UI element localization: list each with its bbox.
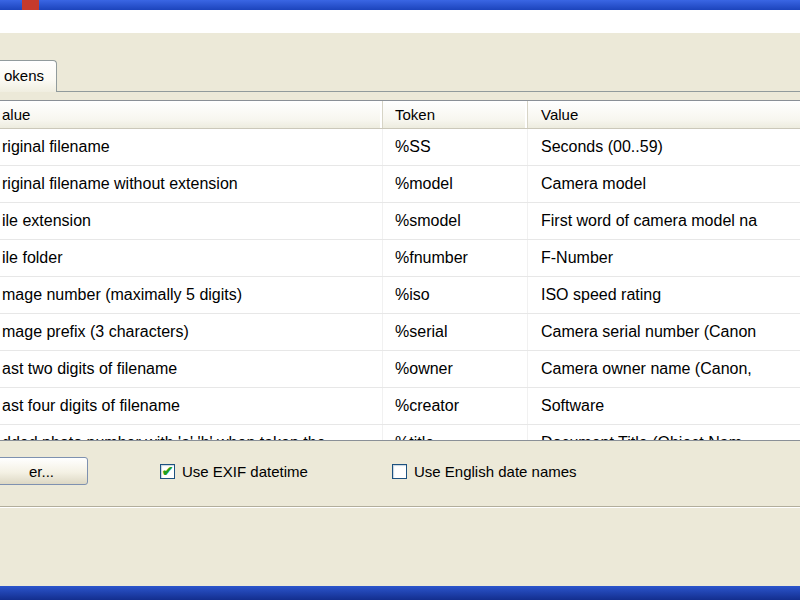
- cell-token: %SS: [383, 129, 528, 165]
- column-header-token[interactable]: Token: [383, 101, 528, 128]
- cell-value: Camera model: [528, 166, 800, 202]
- table-row[interactable]: mage number (maximally 5 digits)%isoISO …: [0, 277, 800, 314]
- cell-value: Software: [528, 388, 800, 424]
- table-row[interactable]: ast two digits of filename%ownerCamera o…: [0, 351, 800, 388]
- checkbox-use-exif-datetime[interactable]: ✔ Use EXIF datetime: [160, 457, 308, 485]
- cell-name: mage number (maximally 5 digits): [0, 277, 383, 313]
- table-row[interactable]: dded photo number with 'a','b' when take…: [0, 425, 800, 441]
- cell-name: ile extension: [0, 203, 383, 239]
- cell-name: ile folder: [0, 240, 383, 276]
- titlebar-strip: [0, 0, 800, 10]
- tab-page-border: [0, 91, 800, 92]
- cell-token: %fnumber: [383, 240, 528, 276]
- cell-value: Seconds (00..59): [528, 129, 800, 165]
- tab-tokens-label: okens: [0, 61, 56, 91]
- cell-name: dded photo number with 'a','b' when take…: [0, 425, 383, 441]
- checkbox-box[interactable]: ✔: [392, 464, 407, 479]
- cell-value: ISO speed rating: [528, 277, 800, 313]
- screen: okens alue Token Value riginal filename%…: [0, 0, 800, 600]
- titlebar-icon-fragment: [22, 0, 39, 10]
- table-body: riginal filename%SSSeconds (00..59)rigin…: [0, 129, 800, 441]
- tokens-table: alue Token Value riginal filename%SSSeco…: [0, 100, 800, 441]
- cell-token: %model: [383, 166, 528, 202]
- table-row[interactable]: riginal filename%SSSeconds (00..59): [0, 129, 800, 166]
- cell-name: mage prefix (3 characters): [0, 314, 383, 350]
- cell-name: riginal filename without extension: [0, 166, 383, 202]
- cell-value: First word of camera model na: [528, 203, 800, 239]
- cell-name: riginal filename: [0, 129, 383, 165]
- table-row[interactable]: ile extension%smodelFirst word of camera…: [0, 203, 800, 240]
- cell-token: %smodel: [383, 203, 528, 239]
- cell-token: %creator: [383, 388, 528, 424]
- table-row[interactable]: riginal filename without extension%model…: [0, 166, 800, 203]
- column-header-value-left[interactable]: alue: [0, 101, 383, 128]
- table-row[interactable]: mage prefix (3 characters)%serialCamera …: [0, 314, 800, 351]
- cell-name: ast two digits of filename: [0, 351, 383, 387]
- cell-value: F-Number: [528, 240, 800, 276]
- checkbox-use-english-date-names[interactable]: ✔ Use English date names: [392, 457, 577, 485]
- check-icon: ✔: [162, 464, 174, 478]
- bottom-left-button[interactable]: er...: [0, 457, 88, 485]
- cell-token: %title: [383, 425, 528, 441]
- cell-value: Camera serial number (Canon: [528, 314, 800, 350]
- cell-value: Document Title (Object Nam: [528, 425, 800, 441]
- table-header-row: alue Token Value: [0, 101, 800, 129]
- checkbox-label: Use EXIF datetime: [182, 463, 308, 480]
- table-row[interactable]: ast four digits of filename%creatorSoftw…: [0, 388, 800, 425]
- tab-tokens[interactable]: okens: [0, 60, 57, 92]
- separator-line: [0, 506, 800, 508]
- column-header-value-right[interactable]: Value: [528, 101, 800, 128]
- menubar-strip: [0, 10, 800, 33]
- table-row[interactable]: ile folder%fnumberF-Number: [0, 240, 800, 277]
- cell-token: %iso: [383, 277, 528, 313]
- checkbox-box[interactable]: ✔: [160, 464, 175, 479]
- checkbox-label: Use English date names: [414, 463, 577, 480]
- cell-name: ast four digits of filename: [0, 388, 383, 424]
- cell-token: %serial: [383, 314, 528, 350]
- cell-token: %owner: [383, 351, 528, 387]
- cell-value: Camera owner name (Canon,: [528, 351, 800, 387]
- bottom-window-border: [0, 586, 800, 600]
